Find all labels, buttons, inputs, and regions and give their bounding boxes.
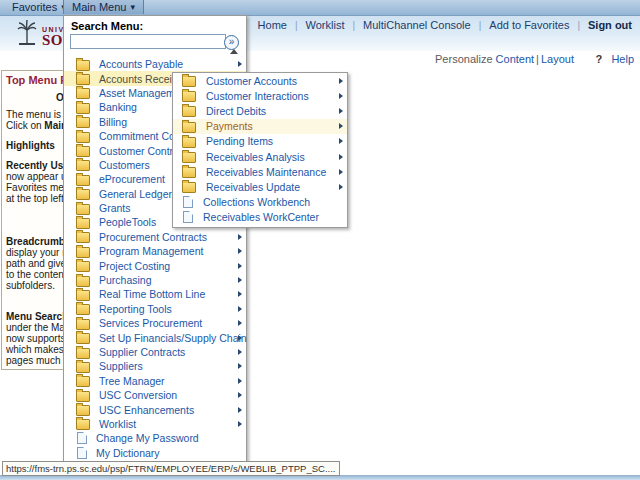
nav-link-sign-out[interactable]: Sign out — [588, 19, 632, 31]
personalize-content-link[interactable]: Content — [496, 53, 535, 65]
submenu-arrow-icon — [339, 93, 343, 99]
submenu-arrow-icon — [238, 363, 242, 369]
submenu-list: Customer AccountsCustomer InteractionsDi… — [173, 73, 347, 225]
submenu-arrow-icon — [238, 277, 242, 283]
personalize-group: Personalize Content|Layout — [435, 53, 574, 65]
submenu-item-receivables-update[interactable]: Receivables Update — [173, 179, 347, 194]
menu-item-label: My Dictionary — [96, 447, 160, 459]
nav-separator: | — [479, 20, 482, 31]
menu-item-label: Accounts Payable — [99, 58, 183, 70]
folder-icon — [76, 146, 90, 157]
menu-item-label: Procurement Contracts — [99, 231, 207, 243]
menu-item-usc-conversion[interactable]: USC Conversion — [64, 388, 246, 402]
help-icon: ? — [596, 53, 603, 65]
menu-item-label: Payments — [206, 120, 253, 132]
menu-item-label: Billing — [99, 116, 127, 128]
pagelet-text-segment: which makes fi — [6, 344, 72, 355]
submenu-item-collections-workbench[interactable]: Collections Workbench — [173, 195, 347, 210]
submenu-item-pending-items[interactable]: Pending Items — [173, 134, 347, 149]
pagelet-text-segment: to the contents — [6, 269, 72, 280]
menu-item-label: Customer Interactions — [206, 90, 309, 102]
folder-icon — [76, 376, 90, 387]
folder-icon — [182, 76, 196, 87]
menu-item-project-costing[interactable]: Project Costing — [64, 258, 246, 272]
submenu-arrow-icon — [238, 263, 242, 269]
search-menu-label: Search Menu: — [64, 16, 246, 34]
document-icon — [183, 211, 193, 223]
menu-item-change-my-password[interactable]: Change My Password — [64, 431, 246, 445]
submenu-arrow-icon — [238, 320, 242, 326]
submenu-item-customer-accounts[interactable]: Customer Accounts — [173, 73, 347, 88]
menu-item-label: Customers — [99, 159, 150, 171]
palmetto-tree-icon — [16, 19, 38, 47]
personalize-separator: | — [534, 53, 541, 65]
nav-link-worklist[interactable]: Worklist — [306, 19, 345, 31]
menu-item-accounts-payable[interactable]: Accounts Payable — [64, 57, 246, 71]
submenu-item-direct-debits[interactable]: Direct Debits — [173, 103, 347, 118]
folder-icon — [76, 160, 90, 171]
folder-icon — [76, 232, 90, 243]
submenu-item-customer-interactions[interactable]: Customer Interactions — [173, 88, 347, 103]
submenu-arrow-icon — [238, 335, 242, 341]
folder-icon — [76, 276, 90, 287]
submenu-item-receivables-analysis[interactable]: Receivables Analysis — [173, 149, 347, 164]
menu-item-program-management[interactable]: Program Management — [64, 244, 246, 258]
top-menu-bar: Favorites ▾ Main Menu ▾ — [0, 0, 640, 16]
menu-item-my-dictionary[interactable]: My Dictionary — [64, 446, 246, 460]
help-group: ? Help — [596, 53, 634, 65]
menu-item-reporting-tools[interactable]: Reporting Tools — [64, 302, 246, 316]
menu-item-real-time-bottom-line[interactable]: Real Time Bottom Line — [64, 287, 246, 301]
folder-icon — [76, 247, 90, 258]
peoplesoft-screen: Favorites ▾ Main Menu ▾ UNIVER — [0, 0, 640, 480]
folder-icon — [182, 137, 196, 148]
submenu-arrow-icon — [238, 234, 242, 240]
favorites-label: Favorites — [12, 1, 57, 13]
menu-item-services-procurement[interactable]: Services Procurement — [64, 316, 246, 330]
menu-item-worklist[interactable]: Worklist — [64, 417, 246, 431]
folder-icon — [76, 103, 90, 114]
submenu-item-receivables-workcenter[interactable]: Receivables WorkCenter — [173, 210, 347, 225]
main-menu-button[interactable]: Main Menu ▾ — [63, 0, 144, 14]
pagelet-text-segment: at the top left. — [6, 193, 67, 204]
menu-item-suppliers[interactable]: Suppliers — [64, 359, 246, 373]
personalize-layout-link[interactable]: Layout — [541, 53, 574, 65]
menu-item-supplier-contracts[interactable]: Supplier Contracts — [64, 345, 246, 359]
menu-item-set-up-financials-supply-chain[interactable]: Set Up Financials/Supply Chain — [64, 330, 246, 344]
search-go-button[interactable]: » — [224, 35, 239, 50]
pagelet-text-segment: Click on — [6, 120, 44, 131]
nav-link-home[interactable]: Home — [258, 19, 287, 31]
menu-item-tree-manager[interactable]: Tree Manager — [64, 374, 246, 388]
menu-item-label: USC Conversion — [99, 389, 177, 401]
submenu-arrow-icon — [339, 108, 343, 114]
menu-item-label: Set Up Financials/Supply Chain — [99, 332, 247, 344]
status-url-tooltip: https://fms-trn.ps.sc.edu/psp/FTRN/EMPLO… — [2, 461, 340, 476]
menu-item-label: eProcurement — [99, 173, 165, 185]
menu-item-label: Project Costing — [99, 260, 170, 272]
menu-item-usc-enhancements[interactable]: USC Enhancements — [64, 402, 246, 416]
folder-icon — [76, 405, 90, 416]
folder-icon — [76, 189, 90, 200]
submenu-item-payments[interactable]: Payments — [173, 119, 347, 134]
menu-search-input[interactable] — [70, 34, 226, 49]
folder-icon — [182, 152, 196, 163]
header-nav-links: Home|Worklist|MultiChannel Console|Add t… — [258, 19, 632, 31]
submenu-arrow-icon — [238, 61, 242, 67]
menu-item-label: Collections Workbench — [203, 196, 310, 208]
submenu-arrow-icon — [339, 78, 343, 84]
accounts-receivable-submenu: Customer AccountsCustomer InteractionsDi… — [172, 72, 348, 228]
help-link[interactable]: Help — [611, 53, 634, 65]
scroll-up-icon[interactable] — [230, 49, 238, 54]
nav-link-multichannel-console[interactable]: MultiChannel Console — [363, 19, 471, 31]
submenu-arrow-icon — [238, 291, 242, 297]
menu-item-procurement-contracts[interactable]: Procurement Contracts — [64, 230, 246, 244]
menu-item-purchasing[interactable]: Purchasing — [64, 273, 246, 287]
nav-link-add-to-favorites[interactable]: Add to Favorites — [489, 19, 569, 31]
folder-icon — [76, 117, 90, 128]
menu-item-label: Banking — [99, 101, 137, 113]
submenu-item-receivables-maintenance[interactable]: Receivables Maintenance — [173, 164, 347, 179]
nav-separator: | — [352, 20, 355, 31]
pagelet-text-segment: pages much fa — [6, 355, 72, 366]
menu-item-label: Pending Items — [206, 135, 273, 147]
document-icon — [77, 432, 87, 444]
menu-item-label: Receivables Analysis — [206, 151, 305, 163]
